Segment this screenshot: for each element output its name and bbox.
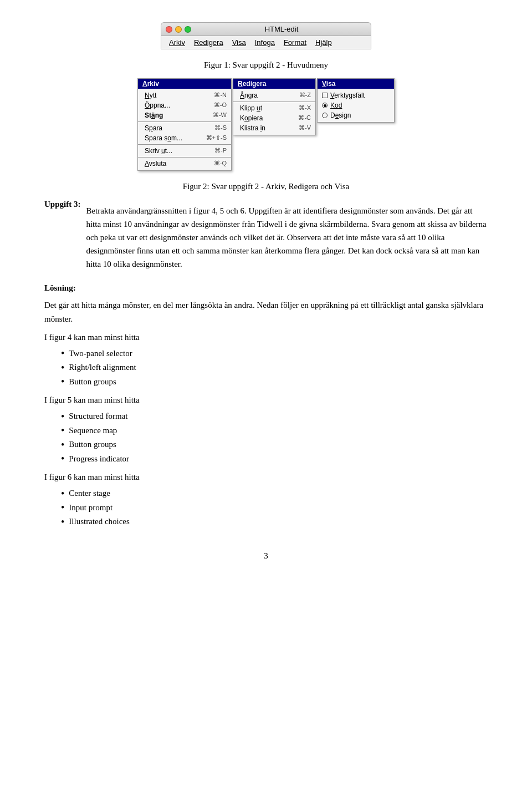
menu-design[interactable]: Design <box>318 110 394 120</box>
figure1-caption: Figur 1: Svar uppgift 2 - Huvudmeny <box>44 60 488 70</box>
fig5-list: Structured format Sequence map Button gr… <box>44 409 488 466</box>
page-number: 3 <box>44 551 488 561</box>
arkiv-panel: Arkiv Nytt ⌘-N Öppna... ⌘-O Stäng ⌘-W <box>137 78 232 171</box>
task3-header: Uppgift 3: Betrakta användargränssnitten… <box>44 200 488 275</box>
fig6-intro: I figur 6 kan man minst hitta <box>44 473 488 482</box>
menubar-visa[interactable]: Visa <box>228 37 250 48</box>
window-wrapper: HTML-edit Arkiv Redigera Visa Infoga For… <box>44 22 488 49</box>
menu-stang[interactable]: Stäng ⌘-W <box>138 110 231 120</box>
figure2-caption: Figur 2: Svar uppgift 2 - Arkiv, Rediger… <box>44 182 488 191</box>
list-item: Button groups <box>61 438 488 452</box>
list-item: Illustrated choices <box>61 515 488 529</box>
menu-spara-som[interactable]: Spara som... ⌘+⇧-S <box>138 133 231 143</box>
menubar-redigera[interactable]: Redigera <box>190 37 228 48</box>
menubar: Arkiv Redigera Visa Infoga Format Hjälp <box>161 36 371 49</box>
menubar-format[interactable]: Format <box>279 37 311 48</box>
menu-kod[interactable]: Kod <box>318 100 394 110</box>
zoom-button[interactable] <box>185 26 191 33</box>
traffic-lights <box>166 26 191 33</box>
menu-skriv-ut[interactable]: Skriv ut... ⌘-P <box>138 146 231 156</box>
list-item: Progress indicator <box>61 452 488 466</box>
list-item: Center stage <box>61 486 488 501</box>
menu-screenshot: Arkiv Nytt ⌘-N Öppna... ⌘-O Stäng ⌘-W <box>44 78 488 171</box>
radio-design <box>322 113 328 118</box>
menu-angra[interactable]: Ångra ⌘-Z <box>233 90 315 100</box>
menu-kopiera[interactable]: Kopiera ⌘-C <box>233 113 315 123</box>
fig4-intro: I figur 4 kan man minst hitta <box>44 333 488 342</box>
close-button[interactable] <box>166 26 172 33</box>
list-item: Structured format <box>61 409 488 424</box>
redigera-header: Redigera <box>233 79 315 89</box>
list-item: Two-panel selector <box>61 347 488 361</box>
radio-kod <box>322 103 328 108</box>
list-item: Button groups <box>61 375 488 389</box>
checkbox-verktygsfalt <box>322 93 328 98</box>
visa-panel: Visa Verktygsfält Kod Design <box>317 78 395 123</box>
list-item: Right/left alignment <box>61 361 488 375</box>
fig4-list: Two-panel selector Right/left alignment … <box>44 347 488 389</box>
window-title: HTML-edit <box>197 25 366 33</box>
menu-klipp-ut[interactable]: Klipp ut ⌘-X <box>233 103 315 113</box>
title-bar: HTML-edit <box>161 22 371 36</box>
task3-text: Betrakta användargränssnitten i figur 4,… <box>86 204 488 271</box>
menu-avsluta[interactable]: Avsluta ⌘-Q <box>138 159 231 169</box>
menu-verktygsfalt[interactable]: Verktygsfält <box>318 90 394 100</box>
menubar-arkiv[interactable]: Arkiv <box>165 37 190 48</box>
minimize-button[interactable] <box>175 26 182 33</box>
menu-spara[interactable]: Spara ⌘-S <box>138 123 231 133</box>
solution-intro: Det går att hitta många mönster, en del … <box>44 298 488 326</box>
menubar-infoga[interactable]: Infoga <box>250 37 279 48</box>
list-item: Input prompt <box>61 501 488 515</box>
menu-nytt[interactable]: Nytt ⌘-N <box>138 90 231 100</box>
task3-label: Uppgift 3: <box>44 200 80 209</box>
list-item: Sequence map <box>61 424 488 438</box>
solution-label: Lösning: <box>44 283 488 293</box>
menubar-hjalp[interactable]: Hjälp <box>311 37 336 48</box>
arkiv-header: Arkiv <box>138 79 231 89</box>
menu-panels: Arkiv Nytt ⌘-N Öppna... ⌘-O Stäng ⌘-W <box>137 78 395 171</box>
fig6-list: Center stage Input prompt Illustrated ch… <box>44 486 488 529</box>
menu-oppna[interactable]: Öppna... ⌘-O <box>138 100 231 110</box>
redigera-panel: Redigera Ångra ⌘-Z Klipp ut ⌘-X Kopiera … <box>233 78 316 135</box>
visa-header: Visa <box>318 79 394 89</box>
fig5-intro: I figur 5 kan man minst hitta <box>44 395 488 405</box>
menu-klistra-in[interactable]: Klistra in ⌘-V <box>233 123 315 133</box>
